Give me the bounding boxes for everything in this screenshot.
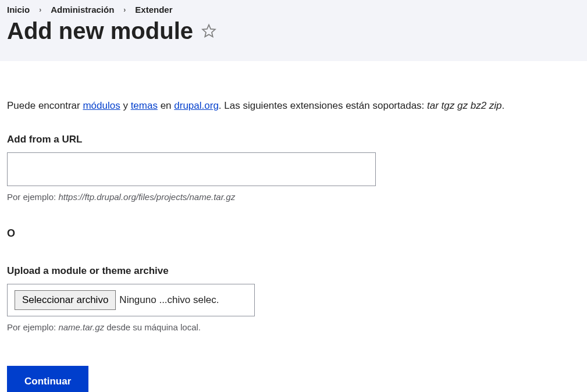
upload-help-text: Por ejemplo: name.tar.gz desde su máquin… [7,322,580,332]
breadcrumb: Inicio › Administración › Extender [7,5,580,15]
url-field-label: Add from a URL [7,134,580,145]
themes-link[interactable]: temas [131,100,158,111]
page-title: Add new module [7,18,193,44]
file-input[interactable]: Seleccionar archivo Ninguno ...chivo sel… [7,284,255,316]
or-divider: O [7,227,580,240]
file-status-text: Ninguno ...chivo selec. [119,294,219,306]
breadcrumb-home[interactable]: Inicio [7,5,30,15]
continue-button[interactable]: Continuar [7,366,88,392]
breadcrumb-admin[interactable]: Administración [51,5,114,15]
drupal-org-link[interactable]: drupal.org [174,100,219,111]
star-icon[interactable] [201,23,216,38]
modules-link[interactable]: módulos [83,100,120,111]
url-input[interactable] [7,152,376,186]
breadcrumb-extend[interactable]: Extender [135,5,172,15]
svg-marker-0 [202,25,215,37]
upload-field-label: Upload a module or theme archive [7,265,580,277]
select-file-button[interactable]: Seleccionar archivo [15,290,116,310]
chevron-right-icon: › [123,6,126,14]
supported-extensions: tar tgz gz bz2 zip [427,100,502,111]
chevron-right-icon: › [39,6,41,14]
url-help-text: Por ejemplo: https://ftp.drupal.org/file… [7,192,580,202]
intro-text: Puede encontrar módulos y temas en drupa… [7,100,580,112]
